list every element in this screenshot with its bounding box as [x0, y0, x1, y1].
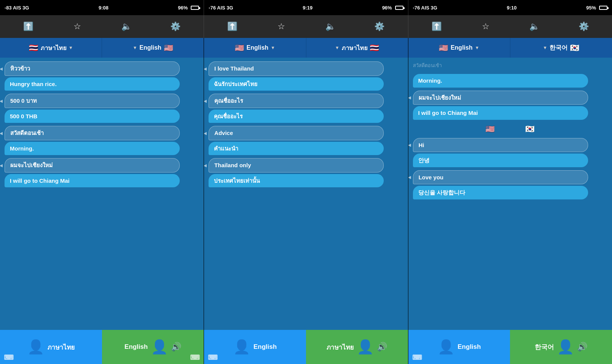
- bubble-translation-4-p2[interactable]: ประเทศไทยเท่านั้น: [209, 174, 384, 188]
- share-icon-p2[interactable]: ⬆️: [224, 18, 241, 35]
- carrier-p2: -76 AIS 3G: [209, 5, 233, 11]
- dropdown-korean-p3: ▼: [543, 45, 547, 50]
- bubble-source-4-p1[interactable]: ผมจะไปเชียงใหม่: [5, 158, 180, 173]
- msg-group-2-p2: คุณชื่ออะไร คุณชื่ออะไร: [209, 94, 403, 123]
- dropdown-english-p2: ▼: [271, 45, 275, 50]
- bubble-translation-1-p3[interactable]: Morning.: [413, 74, 588, 88]
- chat-area-p3: สวัสดีตอนเช้า Morning. ผมจะไปเชียงใหม่ I…: [408, 58, 612, 330]
- lang-bar-p2: 🇺🇸 English ▼ ▼ ภาษาไทย 🇹🇭: [204, 38, 408, 58]
- msg-group-3-p2: Advice คำแนะนำ: [209, 126, 403, 155]
- bubble-source-4-p3[interactable]: Love you: [413, 170, 588, 185]
- speak-english-btn-p3[interactable]: 👤 English ⌨: [408, 330, 510, 364]
- flag-korean-p3: 🇰🇷: [570, 43, 579, 52]
- lang-btn-korean-p3[interactable]: ▼ 한국어 🇰🇷: [510, 38, 612, 58]
- status-left-p2: -76 AIS 3G: [209, 5, 233, 11]
- lang-btn-english-p2[interactable]: 🇺🇸 English ▼: [204, 38, 306, 58]
- bubble-translation-1-p2[interactable]: ฉันรักประเทศไทย: [209, 77, 384, 91]
- lang-bar-p1: 🇹🇭 ภาษาไทย ▼ ▼ English 🇺🇸: [0, 38, 204, 58]
- flag-thai-p1: 🇹🇭: [29, 43, 38, 52]
- bubble-source-1-p2[interactable]: I love Thailand: [209, 61, 384, 76]
- lang-btn-thai-p2[interactable]: ▼ ภาษาไทย 🇹🇭: [306, 38, 408, 58]
- settings-icon-p2[interactable]: ⚙️: [371, 18, 388, 35]
- share-icon-p3[interactable]: ⬆️: [428, 18, 445, 35]
- bubble-translation-4-p1[interactable]: I will go to Chiang Mai: [5, 174, 180, 188]
- dropdown-thai-p2: ▼: [335, 45, 339, 50]
- lang-label-english-p2: English: [246, 44, 268, 51]
- star-icon-p3[interactable]: ☆: [477, 18, 494, 35]
- share-icon-p1[interactable]: ⬆️: [20, 18, 37, 35]
- bottom-bar-p1: 👤 ภาษาไทย ⌨ English 👤 🔊 ⌨: [0, 330, 204, 364]
- lang-btn-thai-p1[interactable]: 🇹🇭 ภาษาไทย ▼: [0, 38, 102, 58]
- speaker-icon-p3[interactable]: 🔈: [526, 18, 543, 35]
- bubble-translation-2-p1[interactable]: 500 0 THB: [5, 110, 180, 123]
- bubble-source-4-p2[interactable]: Thailand only: [209, 158, 384, 173]
- waves-right-p2: 🔊: [377, 342, 387, 352]
- msg-group-1-p1: หิววข้าว Hungry than rice.: [5, 61, 199, 91]
- bubble-translation-4-p3[interactable]: 당신을 사랑합니다: [413, 186, 588, 199]
- lang-label-korean-p3: 한국어: [549, 44, 568, 52]
- bubble-source-3-p1[interactable]: สวัสดีตอนเช้า: [5, 126, 180, 140]
- msg-group-2-p1: 500 0 บาท 500 0 THB: [5, 94, 199, 123]
- speaker-icon-p2[interactable]: 🔈: [322, 18, 339, 35]
- lang-btn-english-p1[interactable]: ▼ English 🇺🇸: [102, 38, 204, 58]
- chat-area-p1: หิววข้าว Hungry than rice. 500 0 บาท 500…: [0, 58, 204, 330]
- speak-thai-btn-p1[interactable]: 👤 ภาษาไทย ⌨: [0, 330, 102, 364]
- bubble-translation-1-p1[interactable]: Hungry than rice.: [5, 77, 180, 91]
- keyboard-icon-left-p2: ⌨: [208, 353, 218, 362]
- star-icon-p2[interactable]: ☆: [273, 18, 290, 35]
- bubble-translation-2-p2[interactable]: คุณชื่ออะไร: [209, 110, 384, 123]
- battery-area-p3: 95%: [586, 5, 607, 11]
- speak-english-label-p3: English: [458, 343, 481, 351]
- toolbar: ⬆️ ☆ 🔈 ⚙️ ⬆️ ☆ 🔈 ⚙️ ⬆️ ☆ 🔈 ⚙️: [0, 15, 612, 38]
- bubble-translation-3-p2[interactable]: คำแนะนำ: [209, 142, 384, 155]
- bottom-bar-p3: 👤 English ⌨ 한국어 👤 🔊: [408, 330, 612, 364]
- speak-english-btn-p1[interactable]: English 👤 🔊 ⌨: [102, 330, 204, 364]
- status-panel1: -83 AIS 3G 9:08 96%: [0, 0, 204, 15]
- time-p2: 9:19: [303, 5, 312, 11]
- chat-area-p2: I love Thailand ฉันรักประเทศไทย คุณชื่ออ…: [204, 58, 408, 330]
- speak-thai-label-p2: ภาษาไทย: [326, 342, 354, 352]
- msg-group-3-p1: สวัสดีตอนเช้า Morning.: [5, 126, 199, 155]
- bubble-translation-3-p1[interactable]: Morning.: [5, 142, 180, 155]
- speak-english-btn-p2[interactable]: 👤 English ⌨: [204, 330, 306, 364]
- speak-korean-btn-p3[interactable]: 한국어 👤 🔊: [510, 330, 612, 364]
- bubble-source-1-p1[interactable]: หิววข้าว: [5, 61, 180, 76]
- flag-english-p1: 🇺🇸: [164, 43, 173, 52]
- speaker-icon-p1[interactable]: 🔈: [118, 18, 135, 35]
- lang-btn-english-p3[interactable]: 🇺🇸 English ▼: [408, 38, 510, 58]
- bubble-source-3-p3[interactable]: Hi: [413, 138, 588, 152]
- star-icon-p1[interactable]: ☆: [69, 18, 86, 35]
- carrier-p3: -76 AIS 3G: [413, 5, 438, 11]
- battery-pct-p1: 96%: [178, 5, 188, 11]
- speaker-right-p2: 👤: [357, 339, 374, 355]
- flag-divider-p3: 🇺🇸 🇰🇷: [413, 123, 607, 135]
- settings-icon-p1[interactable]: ⚙️: [167, 18, 184, 35]
- dropdown-english-p1: ▼: [133, 45, 137, 50]
- flag-english-p3: 🇺🇸: [439, 43, 448, 52]
- bubble-translation-2-p3[interactable]: I will go to Chiang Mai: [413, 106, 588, 120]
- carrier-p1: -83 AIS 3G: [5, 5, 29, 11]
- speak-english-label-p2: English: [253, 343, 276, 351]
- bubble-source-2-p1[interactable]: 500 0 บาท: [5, 94, 180, 108]
- status-bar: -83 AIS 3G 9:08 96% -76 AIS 3G 9:19 96% …: [0, 0, 612, 15]
- lang-label-english-p1: English: [140, 44, 162, 51]
- bubble-source-2-p3[interactable]: ผมจะไปเชียงใหม่: [413, 91, 588, 105]
- speak-thai-btn-p2[interactable]: ภาษาไทย 👤 🔊: [306, 330, 408, 364]
- msg-group-1-p3: Morning.: [413, 74, 607, 88]
- speaker-left-p1: 👤: [27, 339, 44, 355]
- toolbar-panel3: ⬆️ ☆ 🔈 ⚙️: [408, 15, 612, 38]
- flag-thai-p2: 🇹🇭: [370, 43, 379, 52]
- msg-group-1-p2: I love Thailand ฉันรักประเทศไทย: [209, 61, 403, 91]
- lang-label-english-p3: English: [450, 44, 472, 51]
- msg-group-3-p3: Hi 안녕: [413, 138, 607, 167]
- settings-icon-p3[interactable]: ⚙️: [575, 18, 592, 35]
- speak-thai-label-p1: ภาษาไทย: [47, 342, 75, 352]
- bubble-translation-3-p3[interactable]: 안녕: [413, 154, 588, 167]
- battery-area-p1: 96%: [178, 5, 199, 11]
- speaker-right-p1: 👤: [151, 339, 168, 355]
- battery-pct-p3: 95%: [586, 5, 596, 11]
- divider-flag-us-p3: 🇺🇸: [485, 124, 495, 133]
- divider-flag-kr-p3: 🇰🇷: [525, 124, 535, 133]
- bubble-source-2-p2[interactable]: คุณชื่ออะไร: [209, 94, 384, 108]
- bubble-source-3-p2[interactable]: Advice: [209, 126, 384, 140]
